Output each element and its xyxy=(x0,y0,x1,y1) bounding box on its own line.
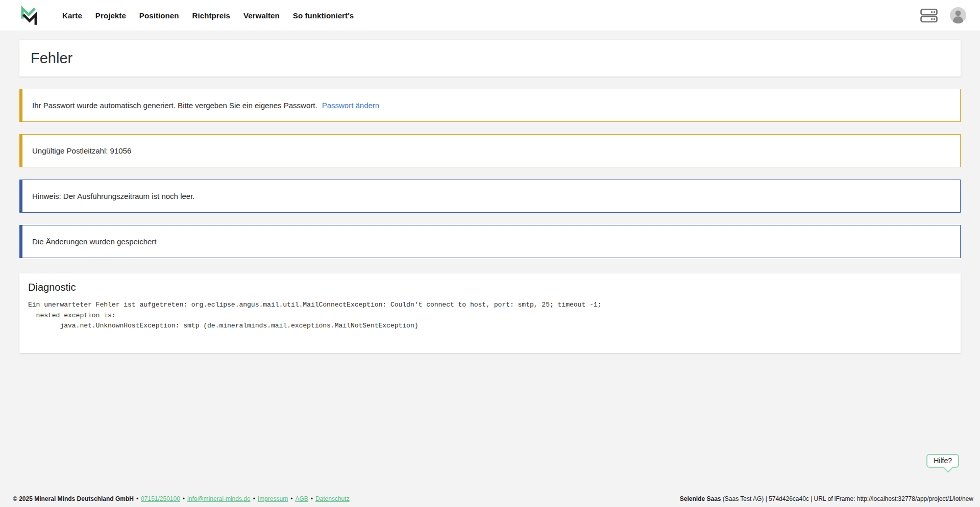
nav-item-positionen[interactable]: Positionen xyxy=(139,11,179,20)
main-content: Fehler Ihr Passwort wurde automatisch ge… xyxy=(0,40,980,353)
speech-bubble-tail-icon xyxy=(943,463,952,472)
alert-text: Ihr Passwort wurde automatisch generiert… xyxy=(32,101,317,110)
nav-item-karte[interactable]: Karte xyxy=(62,11,82,20)
alert-text: Ungültige Postleitzahl: 91056 xyxy=(32,146,131,155)
footer-separator: • xyxy=(253,495,255,502)
stacktrace-line: java.net.UnknownHostException: smtp (de.… xyxy=(28,321,952,332)
footer-phone-link[interactable]: 07151/250100 xyxy=(141,495,180,502)
main-nav: Karte Projekte Positionen Richtpreis Ver… xyxy=(62,11,354,20)
user-avatar-icon[interactable] xyxy=(949,7,967,24)
page-title-card: Fehler xyxy=(19,40,961,77)
change-password-link[interactable]: Passwort ändern xyxy=(322,101,380,110)
footer-separator: • xyxy=(136,495,138,502)
diagnostic-title: Diagnostic xyxy=(28,282,952,293)
server-icon[interactable] xyxy=(920,9,938,22)
stacktrace-line: Ein unerwarteter Fehler ist aufgetreten:… xyxy=(28,300,952,311)
logo-monogram-icon xyxy=(19,5,39,26)
footer-separator: • xyxy=(290,495,292,502)
environment-name: Selenide Saas xyxy=(680,495,721,502)
diagnostic-stacktrace: Ein unerwarteter Fehler ist aufgetreten:… xyxy=(28,300,952,332)
top-nav: Karte Projekte Positionen Richtpreis Ver… xyxy=(0,0,980,31)
footer-separator: • xyxy=(183,495,185,502)
footer-environment-info: Selenide Saas (Saas Test AG) | 574d426ca… xyxy=(680,495,973,502)
page-title: Fehler xyxy=(31,50,72,67)
footer: © 2025 Mineral Minds Deutschland GmbH • … xyxy=(0,495,980,502)
nav-item-verwalten[interactable]: Verwalten xyxy=(243,11,280,20)
mineral-minds-logo[interactable] xyxy=(19,5,39,26)
diagnostic-card: Diagnostic Ein unerwarteter Fehler ist a… xyxy=(19,273,961,353)
footer-left: © 2025 Mineral Minds Deutschland GmbH • … xyxy=(13,495,350,502)
alert-changes-saved: Die Änderungen wurden gespeichert xyxy=(19,225,961,258)
alert-text: Die Änderungen wurden gespeichert xyxy=(32,237,157,246)
nav-item-projekte[interactable]: Projekte xyxy=(95,11,126,20)
alert-invalid-postal-code: Ungültige Postleitzahl: 91056 xyxy=(19,134,961,167)
footer-impressum-link[interactable]: Impressum xyxy=(258,495,288,502)
alert-execution-period-empty: Hinweis: Der Ausführungszeitraum ist noc… xyxy=(19,180,961,213)
footer-separator: • xyxy=(311,495,313,502)
help-button[interactable]: Hilfe? xyxy=(926,454,959,468)
footer-agb-link[interactable]: AGB xyxy=(295,495,308,502)
stacktrace-line: nested exception is: xyxy=(28,311,952,321)
nav-item-richtpreis[interactable]: Richtpreis xyxy=(192,11,230,20)
copyright-text: © 2025 Mineral Minds Deutschland GmbH xyxy=(13,495,134,502)
nav-item-so-funktionierts[interactable]: So funktioniert's xyxy=(293,11,354,20)
alert-text: Hinweis: Der Ausführungszeitraum ist noc… xyxy=(32,192,194,200)
footer-email-link[interactable]: info@mineral-minds.de xyxy=(187,495,251,502)
environment-details: (Saas Test AG) | 574d426ca40c | URL of i… xyxy=(721,495,973,502)
footer-datenschutz-link[interactable]: Datenschutz xyxy=(315,495,350,502)
alert-password-generated: Ihr Passwort wurde automatisch generiert… xyxy=(19,89,961,122)
help-label: Hilfe? xyxy=(934,457,952,465)
nav-right-actions xyxy=(920,7,967,24)
